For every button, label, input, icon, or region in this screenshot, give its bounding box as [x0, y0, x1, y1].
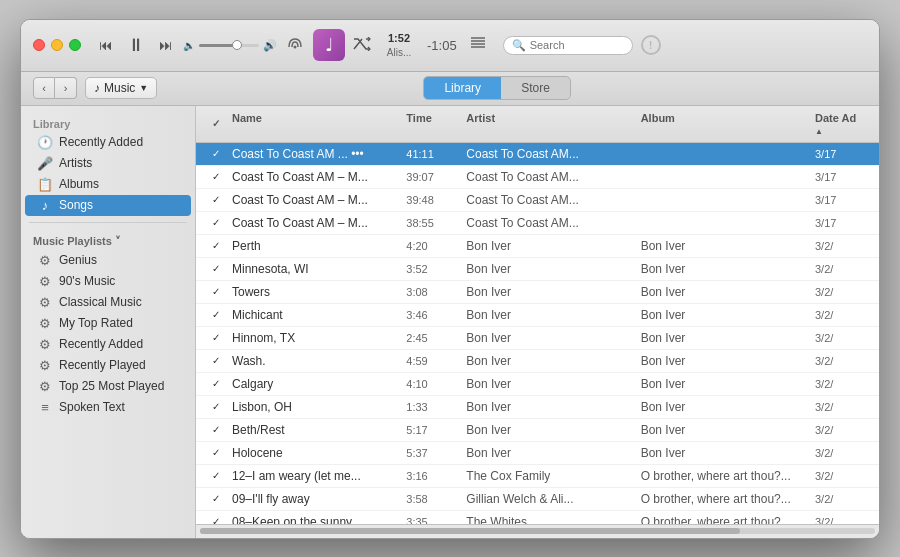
volume-control[interactable]: 🔈 🔊 [183, 39, 277, 52]
nav-bar: ‹ › ♪ Music ▼ Library Store [21, 72, 879, 106]
row-check-8: ✓ [204, 330, 228, 345]
sidebar-item-classical-music[interactable]: ⚙Classical Music [25, 292, 191, 313]
play-pause-button[interactable]: ⏸ [125, 33, 147, 58]
row-album-15: O brother, where art thou?... [637, 490, 811, 508]
row-date-0: 3/17 [811, 146, 871, 162]
forward-button[interactable]: › [55, 77, 77, 99]
row-time-5: 3:52 [402, 261, 462, 277]
row-date-4: 3/2/ [811, 238, 871, 254]
song-row[interactable]: ✓ Towers 3:08 Bon Iver Bon Iver 3/2/ [196, 281, 879, 304]
row-name-3: Coast To Coast AM – M... [228, 214, 402, 232]
row-album-6: Bon Iver [637, 283, 811, 301]
row-name-1: Coast To Coast AM – M... [228, 168, 402, 186]
row-check-1: ✓ [204, 169, 228, 184]
sidebar-item-spoken-text[interactable]: ≡Spoken Text [25, 397, 191, 418]
row-date-8: 3/2/ [811, 330, 871, 346]
search-input[interactable] [530, 39, 624, 51]
back-button[interactable]: ‹ [33, 77, 55, 99]
row-album-9: Bon Iver [637, 352, 811, 370]
sidebar-item-recently-added[interactable]: 🕐Recently Added [25, 132, 191, 153]
sidebar-label-recently-added-pl: Recently Added [59, 337, 143, 351]
song-row[interactable]: ✓ Coast To Coast AM – M... 39:07 Coast T… [196, 166, 879, 189]
row-name-15: 09–I'll fly away [228, 490, 402, 508]
sidebar-item-top-25-most-played[interactable]: ⚙Top 25 Most Played [25, 376, 191, 397]
header-artist[interactable]: Artist [462, 110, 636, 138]
tab-store[interactable]: Store [501, 77, 570, 99]
sidebar-item-albums[interactable]: 📋Albums [25, 174, 191, 195]
row-time-2: 39:48 [402, 192, 462, 208]
sidebar-item-recently-added-pl[interactable]: ⚙Recently Added [25, 334, 191, 355]
row-time-9: 4:59 [402, 353, 462, 369]
row-check-2: ✓ [204, 192, 228, 207]
sidebar-item-90s-music[interactable]: ⚙90's Music [25, 271, 191, 292]
sidebar-item-songs[interactable]: ♪Songs [25, 195, 191, 216]
song-row[interactable]: ✓ Hinnom, TX 2:45 Bon Iver Bon Iver 3/2/ [196, 327, 879, 350]
songs-icon: ♪ [37, 198, 53, 213]
maximize-button[interactable] [69, 39, 81, 51]
fast-forward-button[interactable]: ⏭ [157, 35, 175, 55]
location-selector[interactable]: ♪ Music ▼ [85, 77, 157, 99]
minimize-button[interactable] [51, 39, 63, 51]
header-check: ✓ [204, 110, 228, 138]
row-album-4: Bon Iver [637, 237, 811, 255]
sidebar-label-albums: Albums [59, 177, 99, 191]
airplay-button[interactable] [285, 35, 305, 55]
song-row[interactable]: ✓ Holocene 5:37 Bon Iver Bon Iver 3/2/ [196, 442, 879, 465]
song-row[interactable]: ✓ 12–I am weary (let me... 3:16 The Cox … [196, 465, 879, 488]
volume-track[interactable] [199, 44, 259, 47]
itunes-window: ⏮ ⏸ ⏭ 🔈 🔊 ♩ [20, 19, 880, 539]
recently-added-icon: 🕐 [37, 135, 53, 150]
row-date-16: 3/2/ [811, 514, 871, 524]
volume-thumb [232, 40, 242, 50]
row-name-11: Lisbon, OH [228, 398, 402, 416]
sidebar-item-my-top-rated[interactable]: ⚙My Top Rated [25, 313, 191, 334]
song-row[interactable]: ✓ Calgary 4:10 Bon Iver Bon Iver 3/2/ [196, 373, 879, 396]
sidebar-divider [29, 222, 187, 223]
row-album-11: Bon Iver [637, 398, 811, 416]
row-album-12: Bon Iver [637, 421, 811, 439]
sidebar-item-recently-played[interactable]: ⚙Recently Played [25, 355, 191, 376]
elapsed-time: 1:52 [388, 31, 410, 45]
close-button[interactable] [33, 39, 45, 51]
row-album-0 [637, 152, 811, 156]
location-label: Music [104, 81, 135, 95]
shuffle-button[interactable] [353, 37, 371, 54]
song-row[interactable]: ✓ Lisbon, OH 1:33 Bon Iver Bon Iver 3/2/ [196, 396, 879, 419]
header-album[interactable]: Album [637, 110, 811, 138]
horizontal-scrollbar[interactable] [200, 528, 875, 534]
song-row[interactable]: ✓ Minnesota, WI 3:52 Bon Iver Bon Iver 3… [196, 258, 879, 281]
song-row[interactable]: ✓ Michicant 3:46 Bon Iver Bon Iver 3/2/ [196, 304, 879, 327]
artists-icon: 🎤 [37, 156, 53, 171]
list-view-button[interactable] [469, 36, 487, 54]
search-icon: 🔍 [512, 39, 526, 52]
row-artist-3: Coast To Coast AM... [462, 214, 636, 232]
header-time[interactable]: Time [402, 110, 462, 138]
repeat-button[interactable]: -1:05 [427, 37, 457, 53]
song-row[interactable]: ✓ Coast To Coast AM – M... 39:48 Coast T… [196, 189, 879, 212]
song-row[interactable]: ✓ Perth 4:20 Bon Iver Bon Iver 3/2/ [196, 235, 879, 258]
search-bar[interactable]: 🔍 [503, 36, 633, 55]
sidebar-label-recently-added: Recently Added [59, 135, 143, 149]
music-note-icon: ♪ [94, 81, 100, 95]
rewind-button[interactable]: ⏮ [97, 35, 115, 55]
song-row[interactable]: ✓ 08–Keep on the sunny... 3:35 The White… [196, 511, 879, 524]
header-name[interactable]: Name [228, 110, 402, 138]
song-row[interactable]: ✓ Coast To Coast AM – M... 38:55 Coast T… [196, 212, 879, 235]
row-check-5: ✓ [204, 261, 228, 276]
song-row[interactable]: ✓ Beth/Rest 5:17 Bon Iver Bon Iver 3/2/ [196, 419, 879, 442]
row-time-8: 2:45 [402, 330, 462, 346]
row-artist-0: Coast To Coast AM... [462, 145, 636, 163]
info-button[interactable]: ! [641, 35, 661, 55]
song-row[interactable]: ✓ 09–I'll fly away 3:58 Gillian Welch & … [196, 488, 879, 511]
row-date-11: 3/2/ [811, 399, 871, 415]
row-time-12: 5:17 [402, 422, 462, 438]
sidebar-item-genius[interactable]: ⚙Genius [25, 250, 191, 271]
song-list-body: ✓ Coast To Coast AM ... ••• 41:11 Coast … [196, 143, 879, 524]
header-date[interactable]: Date Ad ▲ [811, 110, 871, 138]
song-row[interactable]: ✓ Wash. 4:59 Bon Iver Bon Iver 3/2/ [196, 350, 879, 373]
playlists-section-header[interactable]: Music Playlists ˅ [21, 229, 195, 250]
song-row[interactable]: ✓ Coast To Coast AM ... ••• 41:11 Coast … [196, 143, 879, 166]
tab-library[interactable]: Library [424, 77, 501, 99]
row-name-12: Beth/Rest [228, 421, 402, 439]
sidebar-item-artists[interactable]: 🎤Artists [25, 153, 191, 174]
